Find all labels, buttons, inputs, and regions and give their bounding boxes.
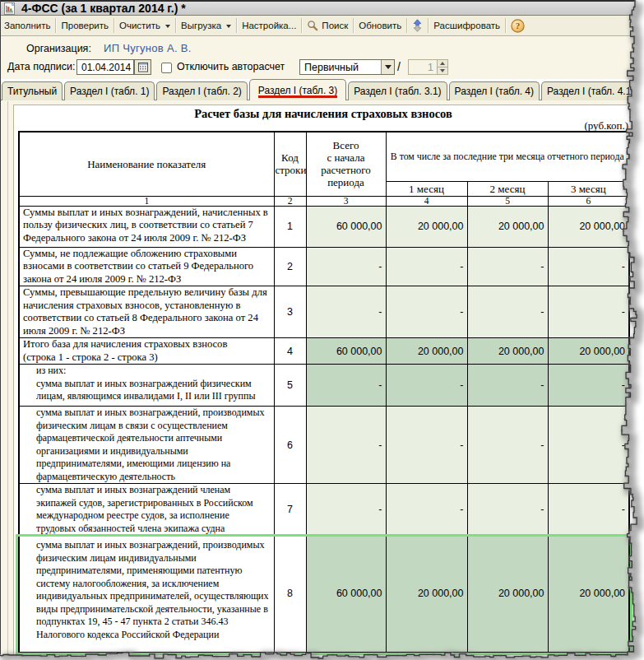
row-code-cell[interactable]: 5 xyxy=(274,365,306,407)
value-cell[interactable]: - xyxy=(548,286,629,338)
value-cell[interactable]: - xyxy=(548,407,629,484)
value-cell[interactable]: - xyxy=(467,286,548,338)
search-icon xyxy=(307,20,318,31)
refresh-button[interactable]: Обновить xyxy=(354,16,405,35)
toolbar-separator xyxy=(406,18,407,33)
row-code-cell[interactable]: 1 xyxy=(274,206,306,247)
toolbar-button-label: Очистить xyxy=(119,21,160,30)
value-cell[interactable]: 20 000,00 xyxy=(386,536,467,653)
toolbar-separator xyxy=(175,18,176,33)
value-cell[interactable]: - xyxy=(386,365,467,407)
tab-razdel1-tabl3[interactable]: Раздел I (табл. 3) xyxy=(249,79,346,100)
value-cell[interactable]: - xyxy=(548,365,629,407)
value-cell[interactable]: 20 000,00 xyxy=(467,338,548,365)
tab-label: Раздел I (табл. 1) xyxy=(70,86,149,97)
tab-razdel1-tabl4[interactable]: Раздел I (табл. 4) xyxy=(449,81,540,100)
row-code-cell[interactable]: 6 xyxy=(274,407,306,484)
tab-page: Расчет базы для начисления страховых взн… xyxy=(0,100,644,660)
value-cell[interactable]: 20 000,00 xyxy=(548,206,629,247)
row-name-cell[interactable]: сумма выплат и иных вознаграждений, прои… xyxy=(19,407,274,484)
value-cell[interactable]: - xyxy=(306,286,386,338)
set-period-button[interactable] xyxy=(408,16,427,35)
header-name: Наименование показателя xyxy=(19,132,274,196)
autocalc-checkbox[interactable] xyxy=(161,63,172,73)
tab-list: Титульный Раздел I (табл. 1) Раздел I (т… xyxy=(2,79,642,100)
toolbar-button-label: Заполнить xyxy=(4,21,50,30)
value-cell[interactable]: - xyxy=(548,484,629,536)
row-code-cell[interactable]: 4 xyxy=(274,338,306,365)
decrypt-button[interactable]: Расшифровать xyxy=(429,16,504,35)
value-cell[interactable]: - xyxy=(548,247,629,286)
value-cell[interactable]: 20 000,00 xyxy=(548,536,629,653)
value-cell[interactable]: 60 000,00 xyxy=(306,206,386,247)
value-cell[interactable]: 20 000,00 xyxy=(548,338,629,365)
row-code-cell[interactable]: 7 xyxy=(274,484,306,536)
toolbar-separator xyxy=(55,18,56,33)
spin-up-button[interactable] xyxy=(438,60,447,67)
value-cell[interactable]: - xyxy=(306,247,386,286)
value-cell[interactable]: - xyxy=(467,484,548,536)
value-cell[interactable]: - xyxy=(467,365,548,407)
value-cell[interactable]: 20 000,00 xyxy=(467,536,548,653)
calc-base-table: Наименование показателя Код строки Всего… xyxy=(18,131,630,653)
tab-titulnyj[interactable]: Титульный xyxy=(2,81,63,100)
toolbar-separator xyxy=(236,18,237,33)
row-code-cell[interactable]: 2 xyxy=(274,247,306,286)
toolbar-button-label: Выгрузка xyxy=(181,21,221,30)
window-left-border xyxy=(0,0,1,654)
tab-strip: Титульный Раздел I (табл. 1) Раздел I (т… xyxy=(0,79,644,100)
gauge-cell: 2 xyxy=(274,196,306,206)
clear-button[interactable]: Очистить xyxy=(115,16,174,35)
value-cell[interactable]: - xyxy=(306,365,386,407)
table-row: Суммы выплат и иных вознаграждений, начи… xyxy=(19,206,629,247)
value-cell[interactable]: - xyxy=(467,247,548,286)
row-code-cell[interactable]: 3 xyxy=(274,286,306,338)
correction-number-stepper: 1 xyxy=(408,59,448,75)
tab-razdel1-tabl2[interactable]: Раздел I (табл. 2) xyxy=(156,81,247,100)
table-row: Суммы, не подлежащие обложению страховым… xyxy=(19,247,629,286)
value-cell[interactable]: - xyxy=(306,484,386,536)
check-button[interactable]: Проверить xyxy=(57,16,113,35)
help-button[interactable]: ? xyxy=(507,16,529,35)
gauge-cell: 1 xyxy=(19,196,274,206)
row-name-cell[interactable]: сумма выплат и иных вознаграждений члена… xyxy=(19,484,274,536)
value-cell[interactable]: 60 000,00 xyxy=(306,338,386,365)
row-name-cell[interactable]: сумма выплат и иных вознаграждений, прои… xyxy=(19,536,274,653)
value-cell[interactable]: - xyxy=(386,247,467,286)
report-kind-select[interactable]: Первичный xyxy=(299,59,395,75)
chevron-down-icon xyxy=(385,65,391,69)
organization-value: ИП Чугунов А. В. xyxy=(104,42,192,54)
settings-button[interactable]: Настройка... xyxy=(238,16,300,35)
row-name-cell[interactable]: из них: сумма выплат и иных вознагражден… xyxy=(19,365,274,407)
fill-button[interactable]: Заполнить xyxy=(0,16,54,35)
sign-date-input[interactable]: 01.04.2014 xyxy=(76,59,134,75)
sign-date-value: 01.04.2014 xyxy=(81,62,131,73)
toolbar-button-label: Расшифровать xyxy=(433,21,500,30)
value-cell[interactable]: 60 000,00 xyxy=(306,536,386,653)
table-row: из них: сумма выплат и иных вознагражден… xyxy=(19,365,629,407)
row-code-cell[interactable]: 8 xyxy=(274,536,306,653)
gauge-cell: 3 xyxy=(306,196,386,206)
value-cell[interactable]: - xyxy=(386,407,467,484)
tab-razdel1-tabl1[interactable]: Раздел I (табл. 1) xyxy=(64,81,155,100)
export-button[interactable]: Выгрузка xyxy=(177,16,235,35)
row-name-cell[interactable]: Итого база для начисления страховых взно… xyxy=(19,338,274,365)
value-cell[interactable]: - xyxy=(386,286,467,338)
value-cell[interactable]: - xyxy=(467,407,548,484)
value-cell[interactable]: 20 000,00 xyxy=(386,206,467,247)
sign-date-label: Дата подписи: xyxy=(7,61,75,72)
tab-razdel1-tabl4-1[interactable]: Раздел I (табл. 4.1) xyxy=(541,81,640,100)
search-button[interactable]: Поиск xyxy=(303,16,352,35)
combo-dropdown-button[interactable] xyxy=(381,60,394,74)
value-cell[interactable]: - xyxy=(306,407,386,484)
value-cell[interactable]: 20 000,00 xyxy=(467,206,548,247)
row-name-cell[interactable]: Суммы, не подлежащие обложению страховым… xyxy=(19,247,274,286)
value-cell[interactable]: 20 000,00 xyxy=(386,338,467,365)
row-name-cell[interactable]: Суммы, превышающие предельную величину б… xyxy=(19,286,274,338)
header-month-2: 2 месяц xyxy=(467,181,548,196)
calendar-button[interactable] xyxy=(134,59,151,75)
row-name-cell[interactable]: Суммы выплат и иных вознаграждений, начи… xyxy=(19,206,274,247)
tab-razdel1-tabl3-1[interactable]: Раздел I (табл. 3.1) xyxy=(348,81,447,100)
value-cell[interactable]: - xyxy=(386,484,467,536)
spin-down-button[interactable] xyxy=(438,67,447,74)
